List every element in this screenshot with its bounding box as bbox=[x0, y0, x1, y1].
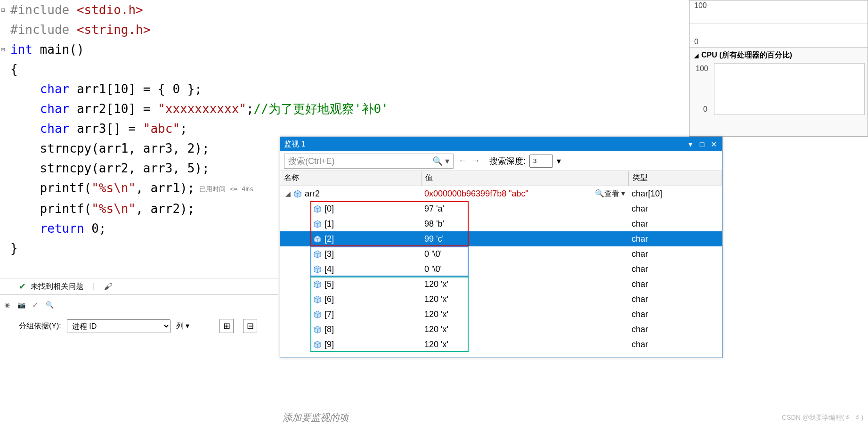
expand-arrow-icon[interactable]: ◢ bbox=[283, 190, 292, 197]
watch-item-type: char bbox=[629, 264, 722, 274]
watch-item-row[interactable]: [7]120 'x'char bbox=[280, 307, 722, 322]
columns-button[interactable]: 列 ▾ bbox=[176, 321, 189, 331]
watch-root-row[interactable]: ◢ arr2 0x000000b96399f7b8 "abc" 🔍查看 ▾ ch… bbox=[280, 186, 722, 201]
watch-item-name: [9] bbox=[324, 340, 334, 350]
watch-var-value: 0x000000b96399f7b8 "abc" bbox=[424, 189, 528, 199]
watch-item-row[interactable]: [6]120 'x'char bbox=[280, 292, 722, 307]
camera-icon[interactable]: 📷 bbox=[16, 300, 26, 310]
record-icon[interactable]: ◉ bbox=[2, 300, 12, 310]
watch-item-type: char bbox=[629, 325, 722, 334]
cube-icon bbox=[312, 220, 323, 228]
watch-item-type: char bbox=[629, 340, 722, 350]
watch-var-name: arr2 bbox=[305, 189, 320, 199]
triangle-down-icon: ◢ bbox=[694, 52, 698, 59]
watch-window[interactable]: 监视 1 ▾ □ ✕ 搜索(Ctrl+E) 🔍 ▾ ← → 搜索深度: ▾ 名称… bbox=[280, 137, 722, 358]
close-icon[interactable]: ✕ bbox=[709, 140, 718, 149]
forward-icon[interactable]: → bbox=[471, 156, 480, 166]
watch-titlebar[interactable]: 监视 1 ▾ □ ✕ bbox=[280, 137, 722, 151]
watch-headers[interactable]: 名称 值 类型 bbox=[280, 171, 722, 186]
back-icon[interactable]: ← bbox=[458, 156, 467, 166]
diagnostic-tools: 100 0 ◢ CPU (所有处理器的百分比) 100 0 bbox=[689, 0, 868, 137]
watch-item-value: 120 'x' bbox=[422, 310, 629, 319]
watch-item-type: char bbox=[629, 204, 722, 214]
add-watch-hint[interactable]: 添加要监视的项 bbox=[283, 411, 349, 424]
watch-item-row[interactable]: [0]97 'a'char bbox=[280, 201, 722, 216]
cube-icon bbox=[312, 310, 323, 318]
watch-item-type: char bbox=[629, 279, 722, 289]
watch-item-row[interactable]: [3]0 '\0'char bbox=[280, 246, 722, 261]
depth-input[interactable] bbox=[529, 155, 553, 168]
watch-search[interactable]: 搜索(Ctrl+E) 🔍 ▾ bbox=[284, 154, 454, 169]
header-type[interactable]: 类型 bbox=[629, 171, 722, 186]
watch-item-name: [1] bbox=[324, 219, 334, 229]
watch-item-type: char bbox=[629, 219, 722, 229]
problems-bar: ✔ 未找到相关问题 | 🖌 bbox=[0, 278, 278, 295]
cube-icon bbox=[312, 295, 323, 303]
watch-item-type: char bbox=[629, 234, 722, 244]
depth-dropdown-icon[interactable]: ▾ bbox=[557, 156, 561, 166]
watch-item-name: [5] bbox=[324, 279, 334, 289]
group-by-label: 分组依据(Y): bbox=[19, 321, 61, 331]
watch-item-type: char bbox=[629, 310, 722, 319]
watch-item-type: char bbox=[629, 294, 722, 304]
header-value[interactable]: 值 bbox=[422, 171, 629, 186]
problems-text: 未找到相关问题 bbox=[31, 282, 83, 292]
watch-item-row[interactable]: [1]98 'b'char bbox=[280, 216, 722, 231]
watch-item-name: [4] bbox=[324, 264, 334, 274]
mini-chart: 100 bbox=[690, 0, 868, 24]
watch-item-name: [3] bbox=[324, 249, 334, 259]
maximize-icon[interactable]: □ bbox=[698, 140, 707, 149]
expand-button[interactable]: ⊞ bbox=[219, 319, 234, 333]
watch-item-name: [6] bbox=[324, 294, 334, 304]
collapse-button[interactable]: ⊟ bbox=[243, 319, 257, 333]
mini-chart-2: 0 bbox=[690, 24, 868, 48]
view-button[interactable]: 🔍查看 ▾ bbox=[595, 189, 625, 199]
cube-icon bbox=[292, 189, 303, 198]
watch-item-value: 120 'x' bbox=[422, 279, 629, 289]
diagnostic-panel: ◉ 📷 ⤢ 🔍 分组依据(Y): 进程 ID 列 ▾ ⊞ ⊟ bbox=[0, 297, 278, 358]
watch-item-name: [0] bbox=[324, 204, 334, 214]
watch-item-row[interactable]: [8]120 'x'char bbox=[280, 322, 722, 337]
depth-label: 搜索深度: bbox=[489, 155, 526, 167]
watch-item-name: [2] bbox=[324, 234, 334, 244]
dropdown-icon[interactable]: ▾ bbox=[686, 140, 695, 149]
cpu-section-header[interactable]: ◢ CPU (所有处理器的百分比) bbox=[690, 48, 868, 63]
watch-item-type: char bbox=[629, 249, 722, 259]
watch-item-value: 97 'a' bbox=[422, 204, 629, 214]
watch-item-value: 120 'x' bbox=[422, 340, 629, 350]
cube-icon bbox=[312, 250, 323, 258]
cube-icon bbox=[312, 235, 323, 243]
watch-item-value: 120 'x' bbox=[422, 325, 629, 334]
zoom-in-icon[interactable]: 🔍 bbox=[44, 300, 55, 310]
cube-icon bbox=[312, 280, 323, 288]
brush-icon[interactable]: 🖌 bbox=[104, 282, 113, 292]
perf-tip: 已用时间 <= 4ms bbox=[199, 179, 253, 199]
search-placeholder: 搜索(Ctrl+E) bbox=[288, 155, 335, 167]
watch-item-row[interactable]: [9]120 'x'char bbox=[280, 337, 722, 352]
watch-item-value: 0 '\0' bbox=[422, 264, 629, 274]
header-name[interactable]: 名称 bbox=[280, 171, 422, 186]
watch-item-name: [7] bbox=[324, 310, 334, 319]
preproc: #include bbox=[10, 3, 77, 17]
watch-var-type: char[10] bbox=[629, 189, 722, 199]
cpu-chart: 100 0 bbox=[714, 63, 865, 115]
watch-item-row[interactable]: [4]0 '\0'char bbox=[280, 261, 722, 277]
watch-item-value: 98 'b' bbox=[422, 219, 629, 229]
fold-icon[interactable]: ⊟ bbox=[1, 40, 5, 59]
zoom-reset-icon[interactable]: ⤢ bbox=[30, 300, 41, 310]
watch-title-text: 监视 1 bbox=[284, 139, 305, 149]
watch-item-row[interactable]: [5]120 'x'char bbox=[280, 277, 722, 292]
check-icon: ✔ bbox=[19, 281, 26, 292]
cube-icon bbox=[312, 340, 323, 349]
watch-item-row[interactable]: [2]99 'c'char bbox=[280, 231, 722, 246]
cube-icon bbox=[312, 325, 323, 334]
watch-item-value: 99 'c' bbox=[422, 234, 629, 244]
watch-item-name: [8] bbox=[324, 325, 334, 334]
cube-icon bbox=[312, 204, 323, 213]
watermark: CSDN @我要学编程(ಥ_ಥ) bbox=[782, 414, 863, 422]
fold-icon[interactable]: ⊟ bbox=[1, 0, 5, 20]
group-by-select[interactable]: 进程 ID bbox=[67, 319, 170, 333]
search-icon[interactable]: 🔍 ▾ bbox=[432, 156, 449, 166]
cube-icon bbox=[312, 265, 323, 273]
watch-item-value: 0 '\0' bbox=[422, 249, 629, 259]
